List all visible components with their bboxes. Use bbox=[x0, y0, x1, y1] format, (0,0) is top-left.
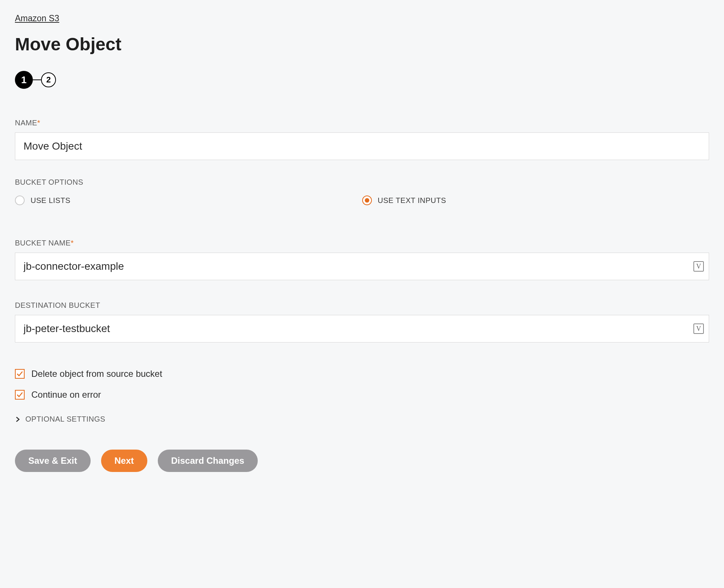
checkbox-icon bbox=[15, 369, 25, 379]
bucket-options-label: BUCKET OPTIONS bbox=[15, 178, 709, 187]
checkbox-delete-source[interactable]: Delete object from source bucket bbox=[15, 369, 709, 379]
checkbox-icon bbox=[15, 390, 25, 400]
step-2[interactable]: 2 bbox=[41, 72, 56, 87]
radio-icon bbox=[362, 196, 372, 205]
checkbox-continue-on-error-label: Continue on error bbox=[31, 390, 101, 400]
radio-use-lists-label: USE LISTS bbox=[31, 196, 70, 205]
breadcrumb-link[interactable]: Amazon S3 bbox=[15, 13, 59, 24]
required-indicator: * bbox=[37, 119, 40, 127]
page-title: Move Object bbox=[15, 34, 709, 54]
name-input[interactable] bbox=[15, 132, 709, 160]
required-indicator: * bbox=[71, 239, 74, 247]
radio-use-text-inputs[interactable]: USE TEXT INPUTS bbox=[362, 196, 709, 205]
discard-changes-button[interactable]: Discard Changes bbox=[158, 450, 258, 472]
bucket-name-label: BUCKET NAME* bbox=[15, 239, 709, 247]
destination-bucket-input[interactable] bbox=[15, 315, 709, 343]
variable-icon[interactable]: V bbox=[693, 323, 704, 334]
chevron-right-icon bbox=[15, 417, 20, 422]
optional-settings-label: OPTIONAL SETTINGS bbox=[25, 415, 105, 423]
radio-dot-icon bbox=[365, 198, 369, 203]
checkbox-delete-source-label: Delete object from source bucket bbox=[31, 369, 162, 379]
radio-use-text-inputs-label: USE TEXT INPUTS bbox=[378, 196, 446, 205]
stepper: 1 2 bbox=[15, 71, 709, 89]
check-icon bbox=[16, 391, 23, 398]
check-icon bbox=[16, 370, 23, 377]
destination-bucket-label: DESTINATION BUCKET bbox=[15, 301, 709, 310]
radio-icon bbox=[15, 196, 25, 205]
checkbox-continue-on-error[interactable]: Continue on error bbox=[15, 390, 709, 400]
variable-icon[interactable]: V bbox=[693, 261, 704, 272]
radio-use-lists[interactable]: USE LISTS bbox=[15, 196, 362, 205]
step-1[interactable]: 1 bbox=[15, 71, 33, 89]
optional-settings-expander[interactable]: OPTIONAL SETTINGS bbox=[15, 415, 709, 423]
bucket-name-input[interactable] bbox=[15, 253, 709, 280]
next-button[interactable]: Next bbox=[101, 450, 147, 472]
save-and-exit-button[interactable]: Save & Exit bbox=[15, 450, 91, 472]
step-connector bbox=[33, 79, 41, 80]
name-label: NAME* bbox=[15, 119, 709, 127]
